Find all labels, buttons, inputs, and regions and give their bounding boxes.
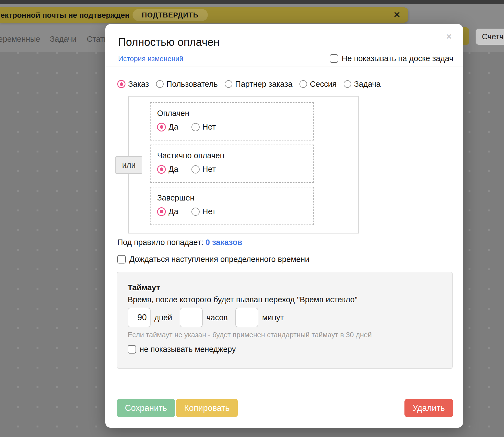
rule-match-orders-link[interactable]: 0 заказов [206, 238, 242, 247]
manager-checkbox-row: не показывать менеджеру [128, 345, 236, 354]
tab-variables[interactable]: еременные [0, 35, 40, 44]
entity-radio-group: Заказ Пользователь Партнер заказа Сессия… [117, 79, 381, 89]
wait-checkbox-row: Дождаться наступления определенного врем… [117, 255, 310, 264]
condition-partially-paid-title: Частично оплачен [157, 151, 224, 160]
condition-paid-yes[interactable]: Да [157, 122, 178, 131]
hours-input[interactable] [180, 308, 203, 327]
timeout-hint: Если таймаут не указан - будет применен … [128, 331, 372, 339]
rule-match-row: Под правило попадает: 0 заказов [117, 238, 242, 247]
radio-user-label: Пользователь [166, 80, 218, 89]
timeout-title: Таймаут [128, 283, 160, 292]
status-edit-modal: Полностью оплачен История изменений ✕ Не… [105, 24, 463, 428]
condition-completed-yes[interactable]: Да [157, 207, 178, 216]
header-divider [105, 67, 463, 67]
radio-icon[interactable] [299, 80, 307, 88]
radio-session-label: Сессия [310, 80, 337, 89]
no-label: Нет [202, 165, 216, 174]
hide-from-manager-checkbox[interactable] [128, 345, 136, 354]
days-input[interactable] [128, 308, 151, 327]
minutes-label: минут [262, 313, 284, 322]
condition-completed: Завершен Да Нет [150, 187, 314, 225]
radio-task[interactable]: Задача [344, 80, 380, 89]
close-icon[interactable]: ✕ [446, 32, 452, 41]
tab-tasks[interactable]: Задачи [50, 35, 76, 44]
condition-paid: Оплачен Да Нет [150, 102, 314, 140]
condition-paid-no[interactable]: Нет [191, 122, 216, 131]
wait-time-checkbox[interactable] [117, 255, 126, 264]
banner-message: ектронной почты не подтвержден [1, 11, 130, 20]
minutes-input[interactable] [235, 308, 258, 327]
condition-partially-paid-no[interactable]: Нет [191, 165, 216, 174]
confirm-email-button[interactable]: ПОДТВЕРДИТЬ [133, 9, 208, 21]
radio-icon[interactable] [157, 123, 166, 131]
save-button[interactable]: Сохранить [117, 399, 175, 417]
delete-button[interactable]: Удалить [404, 399, 453, 417]
timeout-panel: Таймаут Время, после которого будет вызв… [117, 272, 453, 369]
radio-icon[interactable] [117, 80, 125, 88]
rule-match-label: Под правило попадает: [117, 238, 203, 247]
browser-top-bar [0, 0, 504, 4]
board-checkbox-row: Не показывать на доске задач [330, 54, 453, 63]
screen: еременные Задачи Стати ектронной почты н… [0, 0, 504, 437]
condition-partially-paid-yes[interactable]: Да [157, 165, 178, 174]
radio-order[interactable]: Заказ [117, 80, 149, 89]
close-icon[interactable]: ✕ [393, 10, 401, 20]
radio-icon[interactable] [157, 165, 166, 174]
counter-button[interactable]: Счетч [475, 28, 504, 45]
radio-user[interactable]: Пользователь [156, 80, 218, 89]
no-label: Нет [202, 122, 216, 131]
radio-icon[interactable] [191, 165, 200, 173]
modal-title: Полностью оплачен [118, 36, 220, 48]
hide-on-board-checkbox[interactable] [330, 54, 338, 63]
wait-time-label: Дождаться наступления определенного врем… [129, 255, 310, 264]
timeout-description: Время, после которого будет вызван перех… [128, 295, 358, 304]
radio-icon[interactable] [225, 80, 232, 88]
radio-icon[interactable] [157, 207, 166, 216]
condition-completed-title: Завершен [157, 193, 194, 202]
radio-icon[interactable] [344, 80, 351, 88]
hide-from-manager-label: не показывать менеджеру [140, 345, 236, 354]
email-warning-banner: ектронной почты не подтвержден ПОДТВЕРДИ… [0, 7, 408, 23]
radio-order-partner[interactable]: Партнер заказа [225, 80, 292, 89]
no-label: Нет [202, 207, 216, 216]
days-label: дней [154, 313, 172, 322]
radio-icon[interactable] [191, 123, 200, 131]
radio-session[interactable]: Сессия [299, 80, 337, 89]
yes-label: Да [169, 207, 178, 216]
copy-button[interactable]: Копировать [176, 399, 238, 417]
condition-paid-title: Оплачен [157, 109, 189, 118]
radio-order-label: Заказ [128, 80, 149, 89]
history-link[interactable]: История изменений [118, 55, 183, 63]
yes-label: Да [169, 122, 178, 131]
yes-label: Да [169, 165, 178, 174]
condition-completed-no[interactable]: Нет [191, 207, 216, 216]
radio-task-label: Задача [354, 80, 380, 89]
timeout-inputs-row: дней часов минут [128, 307, 292, 328]
condition-partially-paid: Частично оплачен Да Нет [150, 145, 314, 183]
radio-icon[interactable] [191, 208, 200, 216]
or-operator-chip: или [115, 156, 142, 174]
radio-icon[interactable] [156, 80, 164, 88]
radio-order-partner-label: Партнер заказа [235, 80, 292, 89]
hide-on-board-label: Не показывать на доске задач [342, 54, 453, 63]
hours-label: часов [206, 313, 228, 322]
